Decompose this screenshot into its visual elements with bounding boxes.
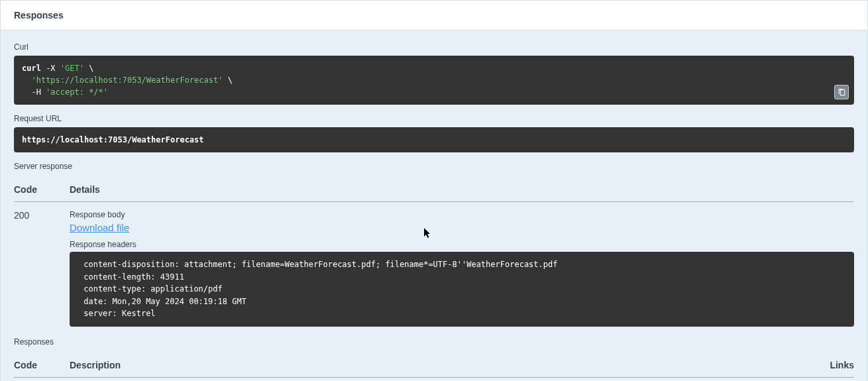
- description-header: Description: [70, 353, 798, 378]
- curl-url: 'https://localhost:7053/WeatherForecast': [31, 76, 223, 85]
- responses-label: Responses: [14, 336, 854, 353]
- table-row: 200 Response body Download file Response…: [14, 202, 854, 336]
- response-headers-label: Response headers: [70, 240, 854, 249]
- copy-button[interactable]: [834, 85, 849, 99]
- server-response-label: Server response: [14, 162, 854, 178]
- status-code: 200: [14, 202, 70, 336]
- panel-title: Responses: [1, 1, 867, 30]
- response-headers-code: content-disposition: attachment; filenam…: [70, 252, 854, 327]
- download-file-link[interactable]: Download file: [70, 222, 129, 233]
- curl-accept: 'accept: */*': [46, 87, 108, 97]
- curl-indent2: -H: [22, 87, 46, 97]
- svg-rect-0: [840, 89, 845, 95]
- request-url-value: https://localhost:7053/WeatherForecast: [22, 135, 204, 144]
- responses-table: Code Description Links 200 Success No li…: [14, 353, 854, 381]
- response-body-label: Response body: [70, 210, 854, 219]
- status-code: 200: [14, 377, 70, 381]
- responses-panel: Responses Curl curl -X 'GET' \ 'https://…: [0, 0, 868, 381]
- table-row: 200 Success No links: [14, 377, 854, 381]
- curl-method: 'GET': [60, 64, 84, 73]
- curl-cmd: curl: [22, 64, 41, 73]
- details-header: Details: [70, 178, 854, 202]
- curl-cont1: \: [84, 64, 93, 73]
- curl-cont2: \: [223, 76, 232, 85]
- request-url-code: https://localhost:7053/WeatherForecast: [14, 127, 854, 152]
- curl-x: -X: [41, 64, 60, 73]
- clipboard-icon: [838, 88, 846, 97]
- curl-code: curl -X 'GET' \ 'https://localhost:7053/…: [14, 56, 854, 105]
- code-header: Code: [14, 178, 70, 202]
- request-url-label: Request URL: [14, 114, 854, 123]
- server-response-table: Code Details 200 Response body Download …: [14, 178, 854, 336]
- request-block: Curl curl -X 'GET' \ 'https://localhost:…: [1, 30, 867, 381]
- code-header: Code: [14, 353, 70, 378]
- curl-indent1: [22, 76, 31, 85]
- links-header: Links: [798, 353, 854, 378]
- curl-label: Curl: [14, 42, 854, 52]
